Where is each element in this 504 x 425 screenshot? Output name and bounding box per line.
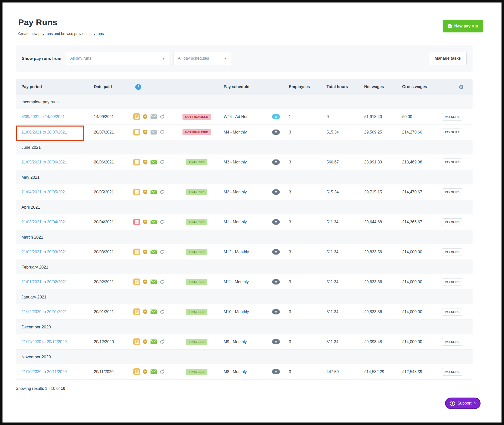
pay-slips-button[interactable]: PAY SLIPS <box>442 338 462 346</box>
pay-slips-button[interactable]: PAY SLIPS <box>442 368 462 376</box>
email-status-icon <box>150 279 157 285</box>
email-status-icon <box>150 113 157 120</box>
pay-slips-button[interactable]: PAY SLIPS <box>442 129 462 136</box>
table-row: 21/10/2020 to 20/11/2020 20/11/2020 FINA… <box>16 364 473 380</box>
table-row: 21/05/2021 to 20/06/2021 20/06/2021 FINA… <box>16 154 473 170</box>
pay-slips-button[interactable]: PAY SLIPS <box>442 188 462 196</box>
gross-wages: £14,366.67 <box>398 220 440 224</box>
total-hours: 447.59 <box>323 370 360 374</box>
pay-period-link[interactable]: 21/10/2020 to 20/11/2020 <box>21 370 67 374</box>
pay-runs-dropdown[interactable]: All pay runs ▼ <box>66 52 169 65</box>
pay-slips-button[interactable]: PAY SLIPS <box>442 308 462 316</box>
pay-period-link[interactable]: 21/04/2021 to 20/05/2021 <box>21 190 67 194</box>
pay-period-link[interactable]: 21/11/2020 to 20/12/2020 <box>21 340 67 344</box>
pay-period-link[interactable]: 21/12/2020 to 20/01/2021 <box>21 310 67 314</box>
gross-wages: £14,000.00 <box>398 340 440 344</box>
pay-slips-button[interactable]: PAY SLIPS <box>442 158 462 166</box>
payslip-document-icon <box>133 113 140 120</box>
new-pay-run-button[interactable]: + New pay run <box>443 20 483 32</box>
hmrc-shield-icon <box>142 219 149 225</box>
status-badge: FINALISED <box>186 159 207 165</box>
gross-wages: £14,000.00 <box>398 310 440 314</box>
group-label: May 2021 <box>21 175 39 180</box>
pay-slips-button[interactable]: PAY SLIPS <box>442 218 462 226</box>
pay-slips-button[interactable]: PAY SLIPS <box>442 278 462 286</box>
hmrc-shield-icon <box>142 129 149 136</box>
pay-period-link[interactable]: 21/03/2021 to 20/04/2021 <box>21 220 67 224</box>
pay-slips-button[interactable]: PAY SLIPS <box>442 113 462 121</box>
date-paid: 14/09/2021 <box>88 115 129 119</box>
gear-icon[interactable]: ⚙ <box>459 84 464 90</box>
hmrc-shield-icon <box>142 338 149 345</box>
group-label: December 2020 <box>21 325 51 329</box>
total-hours: 511.34 <box>323 340 360 344</box>
pay-period-link[interactable]: 21/02/2021 to 20/03/2021 <box>21 250 67 254</box>
info-icon[interactable]: i <box>135 84 141 90</box>
status-badge: FINALISED <box>186 339 207 345</box>
total-hours: 511.34 <box>323 310 360 314</box>
support-label: Support <box>458 401 472 406</box>
col-gross-wages: Gross wages <box>398 85 440 89</box>
gross-wages: £14,000.00 <box>398 250 440 254</box>
group-header-row: April 2021 <box>16 200 473 214</box>
group-label: June 2021 <box>21 145 41 150</box>
col-employees: Employees <box>283 85 323 89</box>
group-header-row: March 2021 <box>16 230 473 244</box>
frequency-badge: M <box>272 279 280 284</box>
group-header-row: May 2021 <box>16 170 473 184</box>
pay-period-link[interactable]: 21/06/2021 to 20/07/2021 <box>21 130 67 134</box>
hmrc-shield-icon <box>142 368 149 375</box>
table-row: 21/03/2021 to 20/04/2021 20/04/2021 FINA… <box>16 214 473 230</box>
email-status-icon <box>150 249 157 255</box>
payslip-document-icon <box>133 279 140 285</box>
pay-period-link[interactable]: 21/01/2021 to 20/02/2021 <box>21 280 67 284</box>
frequency-badge: M <box>272 369 280 374</box>
page-header: Pay Runs Create new pay runs and browse … <box>2 2 502 36</box>
gross-wages: £14,470.67 <box>398 190 440 194</box>
status-badge: FINALISED <box>186 369 207 375</box>
employees-count: 3 <box>283 160 323 164</box>
payslip-document-icon <box>133 159 140 165</box>
chevron-down-icon: ▼ <box>224 57 227 60</box>
date-paid: 20/03/2021 <box>88 250 129 254</box>
pay-runs-dropdown-value: All pay runs <box>70 56 91 61</box>
payslip-document-icon <box>133 368 140 375</box>
status-badge: FINALISED <box>186 309 207 315</box>
sync-icon <box>159 368 166 375</box>
hmrc-shield-icon <box>142 279 149 285</box>
sync-icon <box>159 338 166 345</box>
employees-count: 1 <box>283 115 323 119</box>
pay-runs-table: Pay period Date paid i Pay schedule Empl… <box>16 79 473 380</box>
payslip-document-icon <box>133 129 140 136</box>
date-paid: 20/11/2020 <box>88 370 129 374</box>
date-paid: 20/05/2021 <box>88 190 129 194</box>
status-badge: FINALISED <box>186 219 207 225</box>
group-header-row: November 2020 <box>16 350 473 364</box>
manage-tasks-button[interactable]: Manage tasks <box>429 52 467 65</box>
pay-period-link[interactable]: 8/09/2021 to 14/09/2021 <box>21 115 65 119</box>
pay-schedule: M12 - Monthly <box>218 250 268 254</box>
pay-schedule: M1 - Monthly <box>218 220 268 224</box>
total-hours: 511.34 <box>323 280 360 284</box>
pay-schedules-dropdown[interactable]: All pay schedules ▼ <box>173 52 231 65</box>
pay-slips-button[interactable]: PAY SLIPS <box>442 248 462 256</box>
date-paid: 20/07/2021 <box>88 130 129 135</box>
net-wages: £14,582.29 <box>360 370 398 374</box>
pay-schedule: M11 - Monthly <box>218 280 268 284</box>
frequency-badge: M <box>272 249 280 255</box>
date-paid: 20/06/2021 <box>88 160 129 164</box>
table-row: 21/12/2020 to 20/01/2021 20/01/2021 FINA… <box>16 304 473 320</box>
date-paid: 20/12/2020 <box>88 340 129 344</box>
net-wages: £9,833.56 <box>360 310 398 314</box>
employees-count: 3 <box>283 130 323 135</box>
sync-icon <box>159 279 166 285</box>
pay-period-link[interactable]: 21/05/2021 to 20/06/2021 <box>21 160 67 164</box>
chevron-down-icon: ▼ <box>162 57 165 60</box>
support-button[interactable]: ? Support › <box>445 398 481 409</box>
group-header-row: February 2021 <box>16 260 473 274</box>
group-header-row: January 2021 <box>16 290 473 304</box>
email-status-icon <box>150 219 157 225</box>
table-row: 21/06/2021 to 20/07/2021 20/07/2021 NOT … <box>16 125 473 140</box>
table-row: 8/09/2021 to 14/09/2021 14/09/2021 NOT F… <box>16 109 473 125</box>
total-hours: 560.67 <box>323 160 360 164</box>
